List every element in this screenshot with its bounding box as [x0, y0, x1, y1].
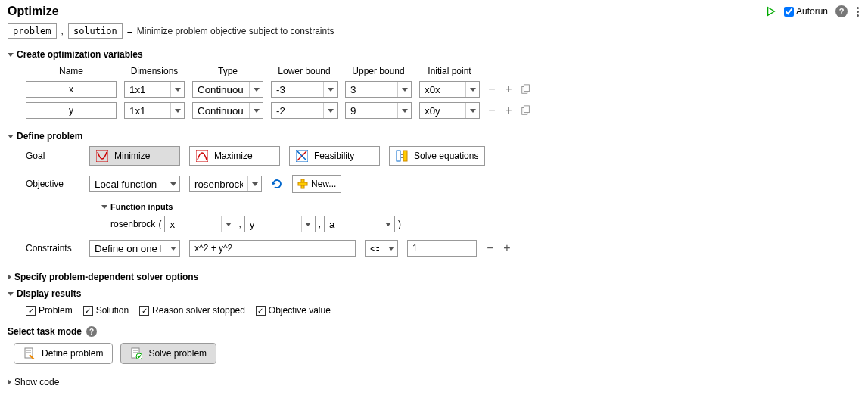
section-solver-options-label: Specify problem-dependent solver options: [14, 272, 198, 282]
refresh-icon[interactable]: [271, 178, 283, 190]
section-create-variables[interactable]: Create optimization variables: [8, 49, 860, 60]
goal-maximize-button[interactable]: Maximize: [189, 146, 280, 166]
chevron-down-icon: [8, 292, 14, 296]
add-row-button[interactable]: +: [504, 104, 513, 117]
svg-rect-1: [524, 85, 529, 92]
solve-problem-button[interactable]: Solve problem: [120, 343, 216, 364]
add-row-button[interactable]: +: [504, 82, 513, 96]
constraints-label: Constraints: [26, 243, 80, 254]
page-title: Optimize: [8, 5, 59, 18]
var-initial-select[interactable]: [419, 81, 480, 98]
constraint-mode-select[interactable]: [89, 240, 180, 257]
section-define-problem[interactable]: Define problem: [8, 131, 860, 142]
equals-sign: =: [127, 26, 132, 36]
section-create-variables-label: Create optimization variables: [17, 49, 143, 60]
chevron-down-icon: [101, 205, 107, 209]
autorun-checkbox[interactable]: Autorun: [784, 6, 828, 17]
new-function-button[interactable]: New...: [292, 175, 341, 193]
task-mode-label: Select task mode: [8, 326, 82, 337]
col-header-upper: Upper bound: [345, 66, 412, 76]
var-initial-select[interactable]: [419, 102, 480, 119]
show-code-toggle[interactable]: Show code: [14, 377, 59, 387]
remove-row-button[interactable]: −: [487, 82, 496, 96]
var-lower-select[interactable]: [271, 102, 338, 119]
svg-rect-9: [397, 151, 400, 161]
col-header-initial: Initial point: [419, 66, 480, 76]
col-header-name: Name: [26, 66, 117, 76]
var-name-input[interactable]: [26, 102, 117, 119]
var-upper-select[interactable]: [345, 102, 412, 119]
function-inputs-section[interactable]: Function inputs: [101, 202, 860, 211]
func-arg-select[interactable]: [164, 216, 235, 232]
autorun-label: Autorun: [796, 6, 828, 17]
goal-label: Goal: [26, 151, 80, 161]
var-dimensions-select[interactable]: [124, 102, 185, 119]
col-header-lower: Lower bound: [271, 66, 338, 76]
objective-label: Objective: [26, 179, 80, 189]
help-icon[interactable]: ?: [835, 5, 848, 17]
copy-icon[interactable]: [521, 84, 531, 95]
section-solver-options[interactable]: Specify problem-dependent solver options: [8, 272, 860, 282]
output-solution[interactable]: solution: [68, 23, 123, 39]
goal-feasibility-button[interactable]: Feasibility: [289, 146, 380, 166]
summary-description: Minimize problem objective subject to co…: [137, 26, 334, 36]
var-type-select[interactable]: [192, 81, 263, 98]
add-constraint-button[interactable]: +: [502, 241, 512, 255]
func-arg-select[interactable]: [324, 216, 395, 232]
objective-function-select[interactable]: [189, 176, 262, 192]
constraint-expression-input[interactable]: [189, 240, 356, 257]
var-upper-select[interactable]: [345, 81, 412, 98]
var-name-input[interactable]: [26, 81, 117, 98]
goal-minimize-button[interactable]: Minimize: [89, 146, 180, 166]
section-display-results-label: Display results: [17, 288, 81, 299]
chevron-down-icon: [8, 135, 14, 138]
func-arg-select[interactable]: [244, 216, 316, 232]
chevron-down-icon: [8, 53, 14, 57]
run-button[interactable]: [766, 6, 776, 17]
chevron-right-icon: [8, 274, 11, 280]
display-reason-checkbox[interactable]: ✓Reason solver stopped: [139, 305, 245, 316]
help-icon[interactable]: ?: [86, 326, 97, 337]
copy-icon[interactable]: [521, 105, 531, 116]
output-problem[interactable]: problem: [8, 23, 57, 39]
variable-row: − +: [26, 102, 860, 119]
section-define-problem-label: Define problem: [17, 131, 82, 142]
var-lower-select[interactable]: [271, 81, 338, 98]
more-menu-icon[interactable]: [855, 5, 860, 18]
svg-rect-4: [96, 150, 108, 162]
svg-rect-14: [298, 182, 307, 185]
constraint-operator-select[interactable]: [365, 240, 398, 257]
function-name-text: rosenbrock: [110, 219, 155, 229]
comma: ,: [61, 26, 64, 36]
svg-rect-3: [524, 106, 529, 113]
display-solution-checkbox[interactable]: ✓Solution: [83, 305, 129, 316]
col-header-dimensions: Dimensions: [124, 66, 185, 76]
display-objective-checkbox[interactable]: ✓Objective value: [256, 305, 331, 316]
constraint-rhs-input[interactable]: [407, 240, 477, 257]
var-type-select[interactable]: [192, 102, 263, 119]
define-problem-button[interactable]: Define problem: [14, 343, 113, 364]
section-display-results[interactable]: Display results: [8, 288, 860, 299]
display-problem-checkbox[interactable]: ✓Problem: [26, 305, 73, 316]
variable-row: − +: [26, 81, 860, 98]
goal-solve-equations-button[interactable]: Solve equations: [389, 146, 485, 166]
col-header-type: Type: [192, 66, 263, 76]
chevron-right-icon: [8, 379, 11, 385]
remove-constraint-button[interactable]: −: [486, 241, 495, 255]
svg-rect-10: [403, 151, 407, 161]
svg-rect-5: [196, 150, 208, 162]
var-dimensions-select[interactable]: [124, 81, 185, 98]
objective-source-select[interactable]: [89, 176, 180, 192]
remove-row-button[interactable]: −: [487, 104, 496, 117]
